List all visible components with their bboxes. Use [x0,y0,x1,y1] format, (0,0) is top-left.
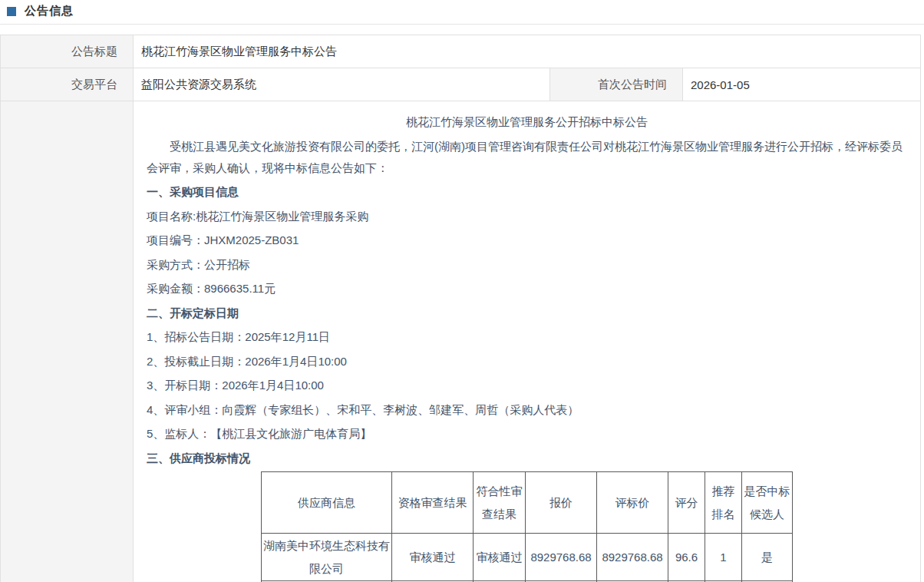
info-row-content: 桃花江竹海景区物业管理服务公开招标中标公告 受桃江县遇见美文化旅游投资有限公司的… [1,101,921,582]
info-row-title: 公告标题 桃花江竹海景区物业管理服务中标公告 [1,35,921,68]
bid-header-supplier: 供应商信息 [262,472,392,534]
first-announce-time-label: 首次公告时间 [550,68,683,101]
info-row-platform: 交易平台 益阳公共资源交易系统 首次公告时间 2026-01-05 [1,68,921,101]
announcement-title-value: 桃花江竹海景区物业管理服务中标公告 [134,35,921,68]
bid-header-winner: 是否中标候选人 [742,472,793,534]
detail-line-project-no: 项目编号：JHXM2025-ZB031 [147,230,907,251]
section-marker-icon [7,7,16,16]
bid-cell-score: 96.6 [668,534,705,581]
page-header: 公告信息 [0,0,924,25]
intro-paragraph: 受桃江县遇见美文化旅游投资有限公司的委托，江河(湖南)项目管理咨询有限责任公司对… [147,136,907,179]
bid-header-price: 报价 [526,472,597,534]
bid-cell-conformity: 审核通过 [474,534,526,581]
bid-table-row: 湖南美中环境生态科技有限公司 审核通过 审核通过 8929768.68 8929… [262,534,793,581]
trade-platform-label: 交易平台 [1,68,134,101]
detail-line-review-panel: 4、评审小组：向霞辉（专家组长）、宋和平、李树波、邹建军、周哲（采购人代表） [147,399,907,421]
bid-table: 供应商信息 资格审查结果 符合性审查结果 报价 评标价 评分 推荐排名 是否中标… [261,471,793,582]
bid-cell-winner: 是 [742,534,793,581]
section2-heading: 二、开标定标日期 [147,303,907,324]
announcement-info-table: 公告标题 桃花江竹海景区物业管理服务中标公告 交易平台 益阳公共资源交易系统 首… [0,35,921,582]
bid-cell-eval-price: 8929768.68 [597,534,668,581]
section3-heading: 三、供应商投标情况 [147,448,907,469]
doc-title: 桃花江竹海景区物业管理服务公开招标中标公告 [147,111,907,133]
bid-cell-supplier: 湖南美中环境生态科技有限公司 [262,534,392,581]
first-announce-time-value: 2026-01-05 [683,68,921,101]
detail-line-amount: 采购金额：8966635.11元 [147,278,907,299]
detail-line-method: 采购方式：公开招标 [147,254,907,276]
content-left-gutter [1,101,134,582]
page-title: 公告信息 [25,4,74,18]
section1-heading: 一、采购项目信息 [147,181,907,203]
bid-header-qualification: 资格审查结果 [392,472,474,534]
bid-cell-price: 8929768.68 [526,534,597,581]
bid-table-header-row: 供应商信息 资格审查结果 符合性审查结果 报价 评标价 评分 推荐排名 是否中标… [262,472,793,534]
bid-header-eval-price: 评标价 [597,472,668,534]
bid-cell-qualification: 审核通过 [392,534,474,581]
detail-line-deadline: 2、投标截止日期：2026年1月4日10:00 [147,351,907,372]
detail-line-open-date: 3、开标日期：2026年1月4日10:00 [147,375,907,396]
announcement-page: 公告信息 公告标题 桃花江竹海景区物业管理服务中标公告 交易平台 益阳公共资源交… [0,0,924,582]
bid-header-conformity: 符合性审查结果 [474,472,526,534]
announcement-title-label: 公告标题 [1,35,134,68]
bid-header-rank: 推荐排名 [705,472,742,534]
bid-cell-rank: 1 [705,534,742,581]
detail-line-supervisor: 5、监标人：【桃江县文化旅游广电体育局】 [147,423,907,445]
detail-line-project-name: 项目名称:桃花江竹海景区物业管理服务采购 [147,206,907,227]
announcement-body: 桃花江竹海景区物业管理服务公开招标中标公告 受桃江县遇见美文化旅游投资有限公司的… [134,101,921,582]
trade-platform-value: 益阳公共资源交易系统 [134,68,550,101]
bid-header-score: 评分 [668,472,705,534]
detail-line-notice-date: 1、招标公告日期：2025年12月11日 [147,326,907,348]
